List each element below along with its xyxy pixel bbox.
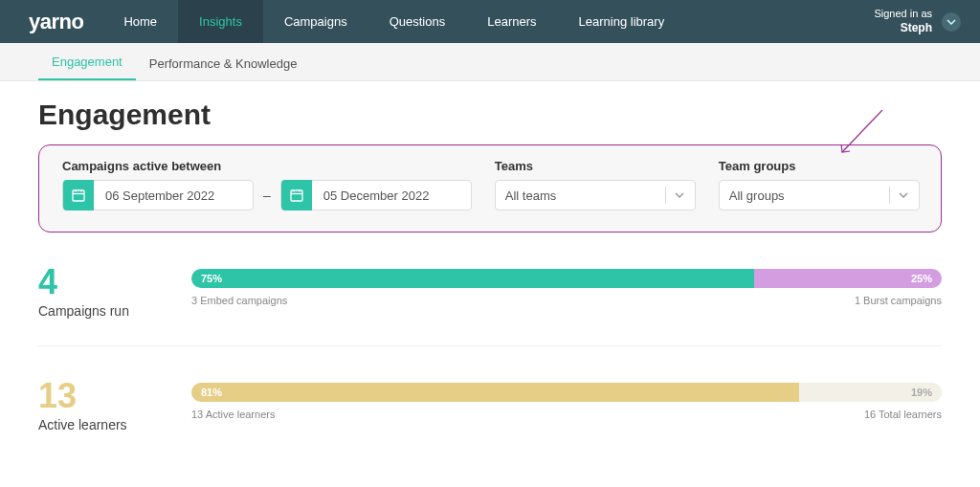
campaigns-bar: 75% 25% [191, 269, 942, 288]
chevron-down-icon [898, 189, 909, 201]
learners-bar-remainder: 19% [799, 383, 942, 402]
active-learners-value: 13 [38, 379, 163, 413]
campaigns-run-label: Campaigns run [38, 303, 163, 319]
team-groups-select-value: All groups [729, 188, 881, 203]
brand-logo[interactable]: yarno [29, 0, 83, 43]
nav-campaigns[interactable]: Campaigns [263, 0, 368, 43]
date-range-separator: – [263, 188, 271, 203]
sub-nav: Engagement Performance & Knowledge [0, 43, 980, 81]
campaigns-bar-burst: 25% [754, 269, 942, 288]
team-groups-select[interactable]: All groups [719, 180, 920, 210]
svg-line-0 [842, 110, 882, 152]
date-from-value: 06 September 2022 [94, 188, 226, 203]
nav-learners[interactable]: Learners [466, 0, 557, 43]
date-filter-group: Campaigns active between 06 September 20… [62, 159, 472, 210]
campaigns-run-value: 4 [38, 265, 163, 299]
tab-engagement[interactable]: Engagement [38, 45, 136, 80]
signed-in-user: Steph [874, 21, 932, 35]
nav-questions[interactable]: Questions [368, 0, 467, 43]
campaigns-bar-right-caption: 1 Burst campaigns [855, 295, 942, 306]
campaigns-bar-left-caption: 3 Embed campaigns [191, 295, 287, 306]
date-filter-label: Campaigns active between [62, 159, 472, 173]
nav-insights[interactable]: Insights [178, 0, 263, 43]
filter-panel: Campaigns active between 06 September 20… [38, 144, 942, 232]
teams-filter-group: Teams All teams [495, 159, 696, 210]
nav-learning-library[interactable]: Learning library [558, 0, 686, 43]
team-groups-filter-label: Team groups [719, 159, 920, 173]
nav-items: Home Insights Campaigns Questions Learne… [102, 0, 685, 43]
user-menu-button[interactable] [942, 12, 961, 32]
svg-rect-5 [291, 190, 302, 201]
chevron-down-icon [947, 17, 956, 27]
date-to-input[interactable]: 05 December 2022 [280, 180, 472, 210]
learners-bar: 81% 19% [191, 383, 942, 402]
page-title: Engagement [38, 99, 942, 131]
learners-bar-left-caption: 13 Active learners [191, 409, 275, 420]
date-from-input[interactable]: 06 September 2022 [62, 180, 254, 210]
active-learners-label: Active learners [38, 417, 163, 432]
signed-in-label: Signed in as [874, 8, 932, 21]
learners-bar-right-caption: 16 Total learners [864, 409, 942, 420]
learners-bar-active: 81% [191, 383, 799, 402]
top-nav: yarno Home Insights Campaigns Questions … [0, 0, 980, 43]
teams-select[interactable]: All teams [495, 180, 696, 210]
chevron-down-icon [674, 189, 685, 201]
nav-home[interactable]: Home [102, 0, 178, 43]
svg-rect-1 [73, 190, 84, 201]
tab-performance-knowledge[interactable]: Performance & Knowledge [136, 47, 311, 80]
annotation-arrow [836, 108, 884, 160]
team-groups-filter-group: Team groups All groups [719, 159, 920, 210]
stat-active-learners: 13 Active learners 81% 19% 13 Active lea… [38, 379, 942, 459]
date-to-value: 05 December 2022 [312, 188, 441, 203]
calendar-icon [63, 180, 94, 210]
campaigns-bar-embed: 75% [191, 269, 754, 288]
content-area: Engagement Campaigns active between 06 S… [0, 81, 980, 487]
teams-filter-label: Teams [495, 159, 696, 173]
stat-campaigns-run: 4 Campaigns run 75% 25% 3 Embed campaign… [38, 265, 942, 346]
teams-select-value: All teams [505, 188, 657, 203]
calendar-icon [281, 180, 312, 210]
signed-in-block: Signed in as Steph [874, 0, 932, 43]
